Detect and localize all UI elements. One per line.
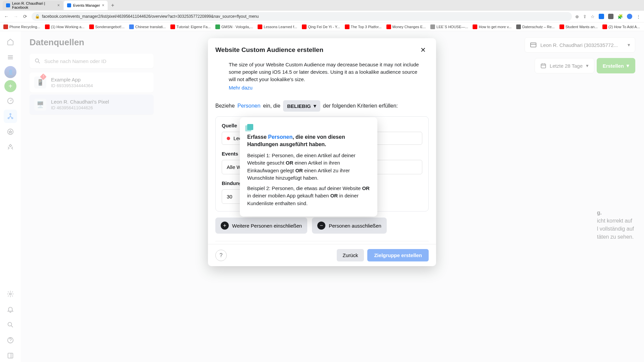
bookmark-item[interactable]: LEE´S HOUSE—... <box>430 24 468 29</box>
browser-tab[interactable]: Events Manager × <box>64 1 108 10</box>
plus-icon: + <box>221 222 229 230</box>
forward-button[interactable]: → <box>13 13 19 19</box>
personen-link[interactable]: Personen <box>237 103 261 109</box>
bookmark-item[interactable]: Phone Recycling... <box>3 24 40 29</box>
back-button[interactable]: ← <box>3 13 9 19</box>
bookmark-item[interactable]: Student Wants an... <box>559 24 598 29</box>
create-audience-button[interactable]: Zielgruppe erstellen <box>367 249 429 261</box>
bookmarks-bar: Phone Recycling...(1) How Working a...So… <box>0 22 644 31</box>
info-banner: The size of your Website Custom Audience… <box>215 60 429 95</box>
close-icon[interactable]: × <box>102 3 104 8</box>
puzzle-icon[interactable]: 🧩 <box>618 14 623 19</box>
bookmark-item[interactable]: Chinese translati... <box>129 24 166 29</box>
close-icon[interactable]: ✕ <box>417 44 429 56</box>
reload-button[interactable]: ⟳ <box>22 13 28 19</box>
tab-strip: Leon R. Chaudhari | Facebook × Events Ma… <box>0 0 644 11</box>
facebook-favicon <box>6 3 10 7</box>
browser-tab[interactable]: Leon R. Chaudhari | Facebook × <box>3 1 63 10</box>
modal-title: Website Custom Audience erstellen <box>215 46 323 54</box>
action-row: + Weitere Personen einschließen − Person… <box>215 218 429 234</box>
minus-icon: − <box>317 222 325 230</box>
bookmark-item[interactable]: Tutorial: Eigene Fa... <box>170 24 211 29</box>
bookmark-item[interactable]: Sonderangebot!... <box>89 24 124 29</box>
modal-footer: ? Zurück Zielgruppe erstellen <box>208 244 436 266</box>
profile-icon[interactable] <box>627 14 632 19</box>
bookmark-item[interactable]: Money Changes E... <box>386 24 426 29</box>
bookmark-item[interactable]: The Top 3 Platfor... <box>345 24 382 29</box>
tooltip-body: Beispiel 1: Personen, die einen Artikel … <box>247 152 370 207</box>
tooltip-illustration-icon <box>247 124 253 130</box>
browser-chrome: Leon R. Chaudhari | Facebook × Events Ma… <box>0 0 644 31</box>
new-tab-button[interactable]: + <box>108 2 117 8</box>
close-icon[interactable]: × <box>57 3 60 8</box>
back-button[interactable]: Zurück <box>337 249 364 261</box>
facebook-favicon <box>67 3 71 7</box>
bookmark-item[interactable]: (2) How To Add A... <box>602 24 640 29</box>
extension-icon[interactable] <box>608 14 613 19</box>
info-link[interactable]: Mehr dazu <box>229 85 253 90</box>
chevron-down-icon: ▾ <box>314 103 316 109</box>
share-icon[interactable]: ⇪ <box>583 14 587 19</box>
address-bar: ← → ⟳ 🔒 facebook.com/events_manager2/lis… <box>0 11 644 22</box>
criteria-line: Beziehe Personen ein, die BELIEBIG ▾ der… <box>215 100 429 112</box>
tooltip-heading: Erfasse Personen, die eine von diesen Ha… <box>247 133 370 148</box>
bookmark-item[interactable]: Lessons Learned f... <box>258 24 297 29</box>
url-field[interactable]: 🔒 facebook.com/events_manager2/list/pixe… <box>32 12 572 21</box>
modal-overlay: Website Custom Audience erstellen ✕ The … <box>0 31 644 362</box>
tooltip-card: Erfasse Personen, die eine von diesen Ha… <box>240 117 377 217</box>
star-icon[interactable]: ☆ <box>591 14 595 19</box>
extension-icon[interactable] <box>599 14 604 19</box>
zoom-icon[interactable]: ⊕ <box>575 14 579 19</box>
info-text: The size of your Website Custom Audience… <box>229 61 425 83</box>
tab-title: Events Manager <box>73 3 100 7</box>
status-dot-icon <box>227 137 230 140</box>
bookmark-item[interactable]: (1) How Working a... <box>45 24 85 29</box>
bookmark-item[interactable]: Datenschutz – Re... <box>516 24 555 29</box>
bookmark-item[interactable]: Qing Fei De Yi - Y... <box>302 24 340 29</box>
modal-header: Website Custom Audience erstellen ✕ <box>208 38 436 60</box>
exclude-button[interactable]: − Personen ausschließen <box>312 218 387 234</box>
toolbar-icons: ⊕ ⇪ ☆ 🧩 ⋮ <box>575 14 641 19</box>
bookmark-item[interactable]: GMSN · Vologda,... <box>215 24 253 29</box>
criteria-dropdown[interactable]: BELIEBIG ▾ <box>283 100 320 112</box>
help-icon[interactable]: ? <box>215 250 227 261</box>
include-more-button[interactable]: + Weitere Personen einschließen <box>215 218 307 234</box>
bookmark-item[interactable]: How to get more v... <box>473 24 512 29</box>
menu-icon[interactable]: ⋮ <box>636 14 641 19</box>
tab-title: Leon R. Chaudhari | Facebook <box>12 1 55 9</box>
url-text: facebook.com/events_manager2/list/pixel/… <box>42 14 259 19</box>
